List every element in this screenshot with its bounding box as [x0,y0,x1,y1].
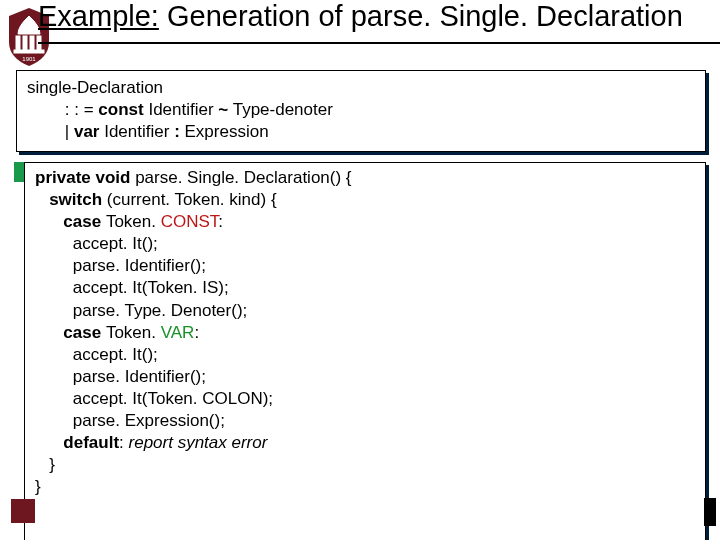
grammar-line-3: | var Identifier : Expression [27,121,695,143]
svg-rect-4 [14,50,44,53]
code-line: accept. It(); [35,233,695,255]
title-rest: Generation of parse. Single. Declaration [159,0,683,32]
code-box: private void parse. Single. Declaration(… [24,162,706,540]
decoration-black-square [704,498,716,526]
slide-title: Example: Generation of parse. Single. De… [38,0,720,40]
grammar-line-1: single-Declaration [27,77,695,99]
slide: 1901 Example: Generation of parse. Singl… [0,0,720,540]
title-underline-rule [38,42,720,44]
code-line: private void parse. Single. Declaration(… [35,167,695,189]
code-line: } [35,454,695,476]
code-line: parse. Expression(); [35,410,695,432]
code-line: default: report syntax error [35,432,695,454]
svg-text:1901: 1901 [22,56,36,62]
code-line: case Token. CONST: [35,211,695,233]
title-underlined: Example: [38,0,159,32]
svg-rect-1 [23,36,27,50]
grammar-line-2: : : = const Identifier ~ Type-denoter [27,99,695,121]
code-line: parse. Identifier(); [35,255,695,277]
code-line: switch (current. Token. kind) { [35,189,695,211]
code-line: accept. It(); [35,344,695,366]
code-line: parse. Identifier(); [35,366,695,388]
code-line: accept. It(Token. IS); [35,277,695,299]
code-line: case Token. VAR: [35,322,695,344]
code-line: accept. It(Token. COLON); [35,388,695,410]
svg-rect-0 [16,36,20,50]
decoration-green-bar [14,162,24,182]
code-line: } [35,476,695,498]
decoration-maroon-square [11,499,35,523]
code-line: parse. Type. Denoter(); [35,300,695,322]
svg-rect-2 [30,36,34,50]
grammar-box: single-Declaration : : = const Identifie… [16,70,706,152]
